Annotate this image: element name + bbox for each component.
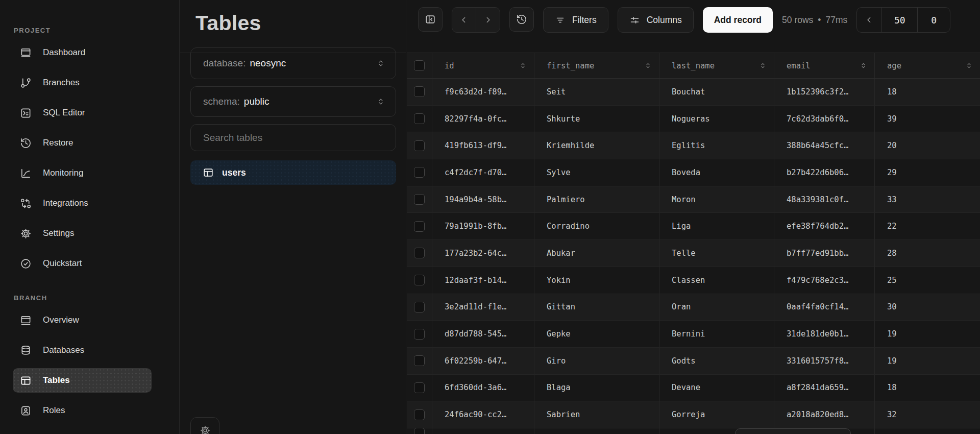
row-checkbox[interactable] — [414, 329, 425, 340]
forward-button[interactable] — [476, 8, 500, 32]
sidebar-item-roles[interactable]: Roles — [13, 398, 152, 423]
gear-icon — [19, 227, 32, 239]
row-count: 50 rows — [782, 15, 813, 26]
select-all-checkbox[interactable] — [414, 60, 425, 71]
sort-icon[interactable] — [759, 62, 767, 69]
sidebar-item-dashboard[interactable]: Dashboard — [13, 40, 152, 65]
table-icon — [203, 167, 214, 178]
sort-icon[interactable] — [519, 62, 527, 69]
header-cell-email[interactable]: email — [774, 53, 875, 78]
add-record-button[interactable]: Add record — [703, 7, 773, 33]
columns-button[interactable]: Columns — [618, 7, 694, 33]
header-cell-id[interactable]: id — [432, 53, 534, 78]
sidebar-item-quickstart[interactable]: Quickstart — [13, 251, 152, 276]
table-row[interactable]: 177a23b2-64c… Abukar Telle b7ff77ed91bb…… — [407, 240, 980, 267]
page-size-value[interactable]: 50 — [881, 8, 917, 32]
row-checkbox[interactable] — [414, 302, 425, 312]
toolbar: Filters Columns Add record 50 rows • 77m… — [407, 0, 980, 53]
row-checkbox[interactable] — [414, 248, 425, 258]
sidebar-item-overview[interactable]: Overview — [13, 308, 152, 332]
sidebar-item-sql-editor[interactable]: SQL Editor — [13, 101, 152, 125]
cell-checkbox — [407, 267, 432, 294]
sidebar-item-branches[interactable]: Branches — [13, 70, 152, 95]
row-checkbox[interactable] — [414, 409, 425, 420]
search-tables-input[interactable] — [203, 132, 383, 143]
sort-icon[interactable] — [860, 62, 867, 69]
cell-first-name: Corradino — [534, 213, 659, 239]
table-row[interactable]: d87dd788-545… Gepke Bernini 31de181de0b1… — [407, 321, 980, 348]
row-checkbox[interactable] — [414, 221, 425, 232]
branch-section-label: BRANCH — [14, 294, 179, 302]
sidebar-item-label: Settings — [43, 228, 74, 238]
row-checkbox[interactable] — [414, 113, 425, 124]
row-checkbox[interactable] — [414, 194, 425, 205]
sort-icon[interactable] — [965, 62, 973, 69]
cell-email: b7ff77ed91bb… — [774, 240, 875, 267]
row-checkbox[interactable] — [414, 140, 425, 151]
window-icon — [19, 314, 32, 326]
table-list-item-users[interactable]: users — [190, 160, 396, 185]
table-row[interactable]: f9c63d2d-f89… Seit Bouchat 1b152396c3f2…… — [407, 79, 980, 106]
row-checkbox[interactable] — [414, 428, 425, 434]
sidebar-item-monitoring[interactable]: Monitoring — [13, 161, 152, 185]
row-checkbox[interactable] — [414, 355, 425, 366]
sidebar-item-tables[interactable]: Tables — [13, 368, 152, 393]
table-row[interactable]: 6f02259b-647… Giro Godts 3316015757f8… 1… — [407, 348, 980, 375]
table-row[interactable]: 419fb613-df9… Kriemhilde Eglitis 388b64a… — [407, 132, 980, 159]
cell-id: f9c63d2d-f89… — [432, 79, 534, 105]
sidebar-item-databases[interactable]: Databases — [13, 338, 152, 363]
cell-checkbox — [407, 428, 432, 434]
cell-age: 18 — [875, 79, 980, 105]
sidebar-item-label: Overview — [43, 315, 79, 325]
schema-select-label: schema: — [203, 96, 240, 107]
cell-email: 31de181de0b1… — [774, 321, 875, 347]
sidebar-item-restore[interactable]: Restore — [13, 131, 152, 155]
cell-checkbox — [407, 401, 432, 428]
row-checkbox[interactable] — [414, 167, 425, 178]
cell-age: 28 — [875, 240, 980, 267]
search-tables-box — [190, 124, 396, 151]
table-row[interactable]: 12daaf3f-b14… Yokin Classen f479c768e2c3… — [407, 267, 980, 294]
column-label: last_name — [659, 61, 715, 70]
sidebar-item-label: SQL Editor — [43, 108, 85, 118]
cell-email: 0aaf4fa0cf14… — [774, 294, 875, 321]
cell-id: 24f6ac90-cc2… — [432, 401, 534, 428]
table-row[interactable]: 79a1991b-8fb… Corradino Liga efe38f764db… — [407, 213, 980, 240]
table-settings-button[interactable] — [190, 417, 219, 434]
table-row[interactable]: 82297f4a-0fc… Shkurte Nogueras 7c62d3dab… — [407, 106, 980, 133]
table-row[interactable]: 24f6ac90-cc2… Sabrien Gorreja a2018a820e… — [407, 401, 980, 428]
filters-button[interactable]: Filters — [543, 7, 608, 33]
sidebar-item-settings[interactable]: Settings — [13, 221, 152, 246]
sidebar-item-label: Tables — [43, 375, 70, 385]
schema-select[interactable]: schema: public — [190, 86, 396, 117]
collapse-panel-button[interactable] — [418, 7, 443, 32]
row-checkbox[interactable] — [414, 382, 425, 393]
header-cell-last-name[interactable]: last_name — [659, 53, 774, 78]
header-cell-checkbox — [407, 53, 432, 78]
row-checkbox[interactable] — [414, 275, 425, 285]
panel-collapse-icon — [425, 14, 436, 25]
page-offset-value[interactable]: 0 — [917, 8, 950, 32]
sidebar-item-integrations[interactable]: Integrations — [13, 191, 152, 215]
table-row[interactable]: c4f2dc7f-d70… Sylve Boveda b27b422d6b06…… — [407, 159, 980, 186]
row-checkbox[interactable] — [414, 86, 425, 97]
table-row[interactable]: 194a9b4a-58b… Palmiero Moron 48a339381c0… — [407, 186, 980, 213]
sort-icon[interactable] — [644, 62, 652, 69]
table-row[interactable]: 6fd360dd-3a6… Blaga Devane a8f2841da659…… — [407, 375, 980, 402]
table-name: users — [222, 167, 246, 178]
back-button[interactable] — [452, 8, 476, 32]
header-cell-age[interactable]: age — [875, 53, 980, 78]
cell-last-name: Nogueras — [659, 106, 774, 132]
horizontal-scrollbar-thumb[interactable] — [735, 428, 851, 434]
table-row[interactable]: 3e2ad11d-f1e… Gittan Oran 0aaf4fa0cf14… … — [407, 294, 980, 321]
query-history-button[interactable] — [509, 7, 534, 32]
cell-last-name: Bouchat — [659, 79, 774, 105]
page-prev-button[interactable] — [857, 8, 881, 32]
header-cell-first-name[interactable]: first_name — [534, 53, 659, 78]
cell-id: 82297f4a-0fc… — [432, 106, 534, 132]
restore-clock-icon — [19, 137, 32, 149]
cell-checkbox — [407, 106, 432, 132]
sidebar-item-label: Branches — [43, 78, 80, 88]
cell-id: c4f2dc7f-d70… — [432, 159, 534, 186]
sidebar-item-label: Dashboard — [43, 47, 85, 58]
